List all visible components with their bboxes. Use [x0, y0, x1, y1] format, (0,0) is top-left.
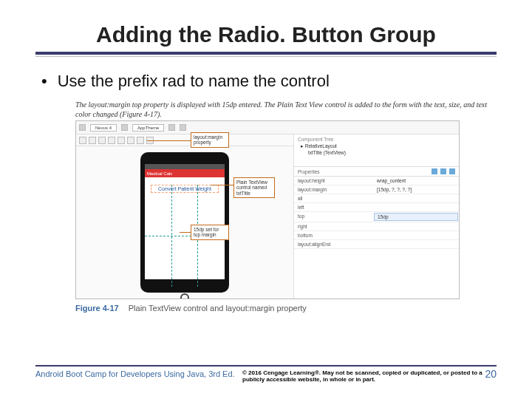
- tree-label: RelativeLayout: [305, 143, 337, 149]
- footer-row: Android Boot Camp for Developers Using J…: [35, 369, 497, 383]
- phone-preview-wrap: Medical Calc Convert Patient Weight Plai: [76, 146, 293, 299]
- properties-title: Properties: [298, 169, 320, 174]
- prop-row: all: [294, 194, 459, 203]
- prop-key: bottom: [294, 231, 373, 239]
- toolbar-icon: [121, 124, 128, 131]
- prop-key: layout:alignEnd: [294, 240, 373, 248]
- phone-statusbar: [145, 164, 225, 169]
- txt-title-control: Convert Patient Weight: [151, 185, 219, 193]
- prop-val: [373, 231, 459, 239]
- tree-item: ▸ RelativeLayout: [301, 143, 455, 150]
- tree-heading: Component Tree: [298, 137, 455, 143]
- toolbar-icon: [79, 124, 86, 131]
- prop-row: layout:height wrap_content: [294, 177, 459, 185]
- properties-icons: [432, 168, 455, 174]
- phone-home-button: [180, 293, 189, 299]
- slide-footer: Android Boot Camp for Developers Using J…: [35, 365, 497, 383]
- ide-body: Medical Calc Convert Patient Weight Plai: [76, 134, 459, 299]
- prop-val: 15dp: [374, 213, 458, 221]
- prop-val: wrap_content: [373, 177, 459, 185]
- prop-key: left: [294, 203, 373, 211]
- toolbar-icon: [180, 124, 186, 131]
- prop-val: [373, 194, 459, 202]
- prop-key: layout:height: [294, 177, 373, 185]
- prop-row: bottom: [294, 231, 459, 240]
- palette-icon: [117, 137, 125, 144]
- title-rule-thick: [35, 52, 497, 55]
- callout-textview: Plain TextView control named txtTitle: [233, 177, 275, 198]
- bullet-text: Use the prefix rad to name the control: [41, 72, 497, 91]
- device-select: Nexus 4: [90, 124, 117, 132]
- prop-key: right: [294, 222, 373, 231]
- copyright-text: © 2016 Cengage Learning®. May not be sca…: [242, 369, 497, 383]
- figure-label: Figure 4-17 Plain TextView control and l…: [75, 304, 497, 313]
- palette-icon: [89, 137, 96, 144]
- figure-caption: The layout:margin top property is displa…: [75, 100, 497, 119]
- prop-row: right: [294, 222, 459, 231]
- prop-key: layout:margin: [294, 185, 373, 194]
- phone-appbar: Medical Calc: [145, 169, 225, 177]
- toolbar-icon: [168, 124, 175, 131]
- figure-desc: Plain TextView control and layout:margin…: [129, 304, 307, 313]
- callout-margin-prop: layout:margin property: [191, 132, 229, 148]
- callout-line: [211, 185, 233, 185]
- figure-number: Figure 4-17: [75, 304, 119, 313]
- phone-screen: Medical Calc Convert Patient Weight: [145, 164, 225, 279]
- prop-key: top: [294, 212, 373, 222]
- prop-row: layout:alignEnd: [294, 240, 459, 249]
- callout-line: [147, 140, 191, 141]
- right-pane: Component Tree ▸ RelativeLayout txtTitle…: [294, 134, 459, 299]
- prop-val: [373, 203, 459, 211]
- slide-title: Adding the Radio. Button Group: [35, 22, 497, 47]
- book-title: Android Boot Camp for Developers Using J…: [35, 369, 242, 378]
- tree-item: txtTitle (TextView): [308, 150, 455, 157]
- appbar-label: Medical Calc: [147, 171, 172, 176]
- palette-icon: [127, 137, 134, 144]
- prop-row-highlight: top 15dp: [294, 212, 459, 222]
- page-number: 20: [485, 368, 497, 380]
- properties-header: Properties: [294, 167, 459, 177]
- palette-icon: [79, 137, 86, 144]
- theme-select: AppTheme: [132, 124, 164, 132]
- tree-label: txtTitle (TextView): [308, 150, 346, 155]
- prop-row: layout:margin [15dp, ?, ?, ?, ?]: [294, 185, 459, 194]
- component-tree: Component Tree ▸ RelativeLayout txtTitle…: [294, 134, 459, 167]
- properties-panel: Properties layout:height wrap_content la…: [294, 167, 459, 299]
- ide-screenshot: Nexus 4 AppTheme: [75, 120, 460, 299]
- slide: Adding the Radio. Button Group Use the p…: [0, 0, 532, 399]
- prop-val: [15dp, ?, ?, ?, ?]: [373, 185, 459, 194]
- footer-rule: [35, 365, 497, 366]
- prop-row: left: [294, 203, 459, 212]
- prop-key: all: [294, 194, 373, 202]
- callout-line: [180, 232, 191, 233]
- prop-val: [373, 240, 459, 248]
- callout-15dp: 15dp set for top margin: [191, 225, 229, 240]
- phone-frame: Medical Calc Convert Patient Weight: [140, 152, 229, 293]
- ide-toolbar: Nexus 4 AppTheme: [76, 121, 459, 134]
- design-pane: Medical Calc Convert Patient Weight Plai: [76, 134, 294, 299]
- prop-val: [373, 222, 459, 231]
- title-rule-thin: [35, 56, 497, 57]
- palette-icon: [108, 137, 115, 144]
- palette-icon: [98, 137, 106, 144]
- palette-icon: [137, 137, 144, 144]
